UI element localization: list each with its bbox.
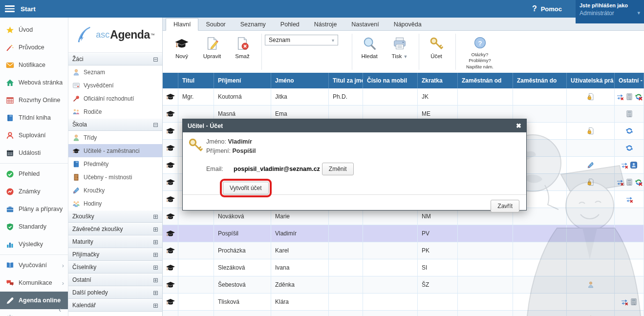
sidebar-item-webov-str-nka[interactable]: Webová stránka — [0, 74, 68, 91]
column-header-zam-stn-n-do[interactable]: Zaměstnán do — [513, 73, 567, 88]
chevron-right-icon: › — [62, 279, 64, 287]
print-button[interactable]: Tisk ▼ — [386, 33, 414, 73]
change-email-button[interactable]: Změnit — [322, 163, 354, 175]
table-row-koutorn-[interactable]: Mgr.KoutornáJitkaPh.D.JK — [163, 88, 644, 105]
tree-item-hodiny[interactable]: Hodiny — [68, 197, 162, 210]
tree-item-u-ebny-m-stnosti[interactable]: Učebny - místnosti — [68, 170, 162, 184]
column-header-zkratka[interactable]: Zkratka — [418, 73, 458, 88]
collapse-box-icon[interactable]: ⊟ — [153, 56, 158, 63]
tree-item-ofici-ln-rozhodnut-[interactable]: Oficiální rozhodnutí — [68, 92, 162, 105]
tree-item-t-dy[interactable]: Třídy — [68, 131, 162, 144]
start-button[interactable]: Start — [21, 5, 36, 13]
collapse-sidebar-chevron[interactable]: ‹ — [59, 305, 61, 314]
tree-section-dal-pohledy[interactable]: Další pohledy⊞ — [68, 286, 162, 299]
cell-ostatni — [615, 140, 644, 156]
cell-prijmeni: Slezáková — [214, 259, 271, 276]
column-header-titul-za-jm-[interactable]: Titul za jmé — [329, 73, 363, 88]
contact-support-button[interactable]: ?Otázky?Problémy?Napište nám. — [459, 33, 501, 73]
view-select[interactable]: Seznam ▾ — [265, 35, 338, 45]
tree-section-p-ij-ma-ky[interactable]: Přijímačky⊞ — [68, 248, 162, 261]
tree-section-ostatn-[interactable]: Ostatní⊞ — [68, 274, 162, 286]
tab-nastaven-[interactable]: Nastavení — [344, 19, 386, 30]
sidebar-item-p-ehled[interactable]: Přehled — [0, 165, 68, 183]
menu-icon[interactable] — [5, 5, 15, 12]
tree-item-krou-ky[interactable]: Kroužky — [68, 184, 162, 197]
tree-item-p-edm-ty[interactable]: Předměty — [68, 157, 162, 170]
collapse-box-icon[interactable]: ⊟ — [153, 122, 158, 128]
column-header-ostatn-[interactable]: Ostatní - — [615, 73, 644, 88]
sidebar-item-vyu-ov-n-[interactable]: Vyučování› — [0, 256, 68, 274]
search-button[interactable]: Hledat — [355, 33, 384, 73]
delete-button[interactable]: Smaž — [228, 33, 257, 73]
tree-section-kalend-[interactable]: Kalendář⊞ — [68, 299, 162, 312]
cell-zkratka: PK — [418, 242, 458, 259]
column-header--slo-na-mobil[interactable]: Číslo na mobil — [363, 73, 418, 88]
close-icon[interactable]: ✖ — [516, 122, 521, 129]
chevron-right-icon: › — [62, 262, 64, 269]
tab-n-stroje[interactable]: Nástroje — [307, 19, 344, 30]
sidebar-item--vod[interactable]: Úvod — [0, 21, 68, 39]
column-header-row-icon[interactable] — [163, 73, 178, 88]
column-header-u-ivatelsk-pr-[interactable]: Uživatelská prá — [567, 73, 615, 88]
tree-section-label: Další pohledy — [72, 289, 108, 296]
tab-hlavn-[interactable]: Hlavní — [166, 18, 198, 31]
expand-box-icon[interactable]: ⊞ — [153, 213, 158, 220]
table-row-valn-ek[interactable]: ValníčekJosefVJ — [163, 311, 644, 316]
table-row-posp-il[interactable]: PospíšilVladimírPV — [163, 225, 644, 242]
cell-jmeno: Ivana — [271, 259, 329, 276]
sidebar-item-suplov-n-[interactable]: Suplování — [0, 126, 68, 144]
expand-box-icon[interactable]: ⊞ — [153, 277, 158, 283]
table-row-slez-kov-[interactable]: SlezákováIvanaSI — [163, 259, 644, 276]
tree-section-zkou-ky[interactable]: Zkoušky⊞ — [68, 210, 162, 223]
sidebar-item-rozvrhy-online[interactable]: Rozvrhy Online — [0, 91, 68, 109]
tab-pohled[interactable]: Pohled — [273, 19, 307, 30]
tree-section--ci[interactable]: Žáci⊟ — [68, 53, 162, 65]
dialog-titlebar[interactable]: Učitel - Účet ✖ — [183, 119, 526, 132]
table-row--ebestov-[interactable]: ŠebestováZděnkaŠZ — [163, 276, 644, 294]
tree-section--kola[interactable]: Škola⊟ — [68, 118, 162, 131]
sidebar-item-standardy[interactable]: Standardy — [0, 218, 68, 235]
tree-item-seznam[interactable]: Seznam — [68, 65, 162, 79]
column-header-p-jmen-[interactable]: Příjmení — [214, 73, 271, 88]
expand-box-icon[interactable]: ⊞ — [153, 264, 158, 271]
tree-section-label: Škola — [72, 121, 87, 128]
sidebar-item-pr-vodce[interactable]: Průvodce — [0, 39, 68, 56]
logged-in-dropdown[interactable]: Jste přihlášen jako Administrátor ▾ — [576, 0, 644, 23]
account-button[interactable]: Účet — [422, 33, 451, 73]
sidebar-item-ud-losti[interactable]: Události — [0, 144, 68, 162]
tab-soubor[interactable]: Soubor — [198, 19, 233, 30]
table-row-proch-zka[interactable]: ProcházkaKarelPK — [163, 242, 644, 259]
column-header-jm-no[interactable]: Jméno — [271, 73, 329, 88]
sidebar-item-notifikace[interactable]: Notifikace — [0, 56, 68, 74]
sidebar-item-agenda-online[interactable]: Agenda online — [0, 292, 68, 309]
table-row-tliskov-[interactable]: TliskováKlára — [163, 294, 644, 311]
sidebar-item-zn-mky[interactable]: Známky — [0, 183, 68, 200]
help-button[interactable]: ? Pomoc — [532, 4, 562, 13]
sidebar-item-komunikace[interactable]: Komunikace› — [0, 274, 68, 292]
sidebar-item-pl-ny-a-p-pravy[interactable]: Plány a přípravy — [0, 200, 68, 218]
sidebar-item-t-dn-kniha[interactable]: Třídní kniha — [0, 109, 68, 126]
column-header-titul[interactable]: Titul — [178, 73, 214, 88]
tree-section--seln-ky[interactable]: Číselníky⊞ — [68, 261, 162, 274]
expand-box-icon[interactable]: ⊞ — [153, 302, 158, 309]
column-header-zam-stn-n-od[interactable]: Zaměstnán od — [458, 73, 513, 88]
expand-box-icon[interactable]: ⊞ — [153, 290, 158, 296]
tree-item-u-itel-zam-stnanci[interactable]: Učitelé - zaměstnanci — [68, 144, 162, 157]
sidebar-item-partial[interactable] — [0, 309, 68, 316]
create-account-button[interactable]: Vytvořit účet — [223, 182, 269, 194]
tree-item-rodi-e[interactable]: Rodiče — [68, 105, 162, 118]
sidebar-item-v-sledky[interactable]: Výsledky — [0, 235, 68, 253]
expand-box-icon[interactable]: ⊞ — [153, 252, 158, 258]
tab-seznamy[interactable]: Seznamy — [233, 19, 273, 30]
edit-button[interactable]: Upravit — [198, 33, 226, 73]
tree-section-z-v-re-n-zkou-ky[interactable]: Závěrečné zkoušky⊞ — [68, 223, 162, 235]
expand-box-icon[interactable]: ⊞ — [153, 239, 158, 245]
expand-box-icon[interactable]: ⊞ — [153, 226, 158, 232]
new-button[interactable]: Nový — [168, 33, 196, 73]
tree-section-maturity[interactable]: Maturity⊞ — [68, 235, 162, 248]
close-dialog-button[interactable]: Zavřít — [491, 200, 519, 212]
tab-n-pov-da[interactable]: Nápověda — [386, 19, 429, 30]
support-note-line: Napište nám. — [466, 64, 494, 70]
tree-item-vysv-d-en-[interactable]: Vysvědčení — [68, 79, 162, 92]
teacher-row-icon-cell — [163, 191, 178, 208]
